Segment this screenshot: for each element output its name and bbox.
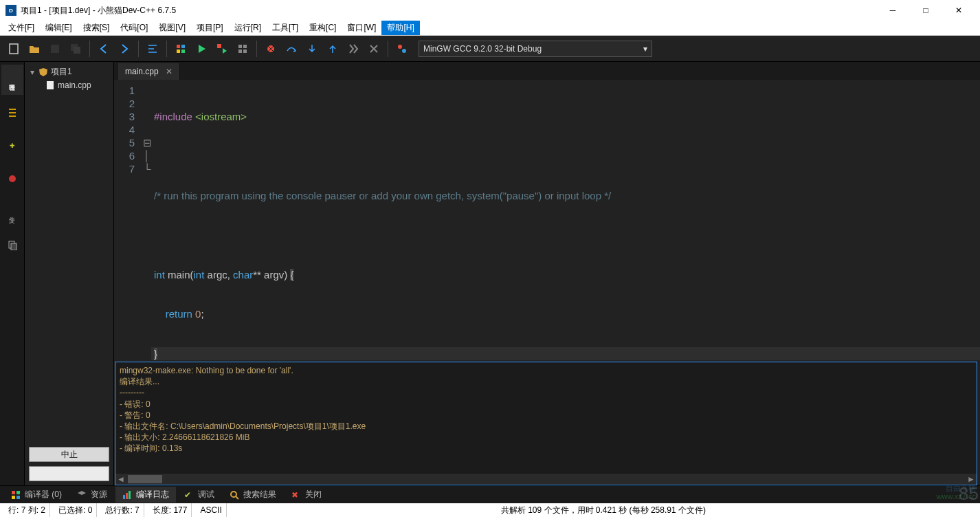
menu-bar: 文件[F] 编辑[E] 搜索[S] 代码[O] 视图[V] 项目[P] 运行[R… <box>0 21 980 36</box>
stop-debug-icon[interactable] <box>364 39 383 58</box>
check-icon: ✔ <box>184 490 194 500</box>
switcher-watch[interactable]: ✚ <box>1 131 23 161</box>
svg-point-16 <box>9 175 16 182</box>
compile-icon[interactable] <box>171 39 190 58</box>
compile-run-icon[interactable] <box>212 39 232 58</box>
menu-search[interactable]: 搜索[S] <box>78 21 115 35</box>
step-out-icon[interactable] <box>323 39 342 58</box>
svg-rect-25 <box>126 493 128 499</box>
window-title: 项目1 - [项目1.dev] - 小熊猫Dev-C++ 6.7.5 <box>21 5 877 16</box>
save-all-icon[interactable] <box>66 39 85 58</box>
menu-code[interactable]: 代码[O] <box>115 21 153 35</box>
tab-label: main.cpp <box>125 67 159 76</box>
svg-rect-18 <box>11 243 16 250</box>
switcher-debug[interactable] <box>1 164 23 194</box>
svg-rect-21 <box>16 491 20 494</box>
run-icon[interactable] <box>192 39 211 58</box>
svg-rect-9 <box>238 45 242 48</box>
app-icon: D <box>5 5 16 16</box>
menu-edit[interactable]: 编辑[E] <box>40 21 78 35</box>
status-parse: 共解析 109 个文件，用时 0.421 秒 (每秒 258.91 个文件) <box>231 503 976 517</box>
minimize-button[interactable]: ─ <box>877 0 909 21</box>
menu-help[interactable]: 帮助[H] <box>381 21 419 35</box>
tree-root-label: 项目1 <box>51 66 72 78</box>
switcher-copy-icon[interactable] <box>1 230 23 260</box>
toolbar: MinGW GCC 9.2.0 32-bit Debug ▾ <box>0 36 980 62</box>
btab-debug[interactable]: ✔ 调试 <box>177 487 221 503</box>
scroll-thumb[interactable] <box>128 475 162 483</box>
debug-icon[interactable] <box>261 39 280 58</box>
svg-rect-10 <box>243 45 247 48</box>
status-total-lines: 总行数: 7 <box>101 503 144 517</box>
status-line-col: 行: 7 列: 2 <box>4 503 50 517</box>
step-over-icon[interactable] <box>282 39 301 58</box>
output-line: - 警告: 0 <box>120 410 972 421</box>
compiler-select[interactable]: MinGW GCC 9.2.0 32-bit Debug ▾ <box>419 41 652 57</box>
btab-findresults[interactable]: 搜索结果 <box>223 487 283 503</box>
svg-rect-0 <box>10 44 18 54</box>
new-file-icon[interactable] <box>4 39 23 58</box>
status-selection: 已选择: 0 <box>54 503 97 517</box>
tree-root[interactable]: ▾ 项目1 <box>26 65 112 79</box>
svg-rect-5 <box>181 45 185 48</box>
menu-tools[interactable]: 工具[T] <box>267 21 304 35</box>
svg-rect-7 <box>181 50 185 53</box>
menu-project[interactable]: 项目[P] <box>191 21 229 35</box>
switcher-struct[interactable] <box>1 98 23 128</box>
editor-tabs: main.cpp ✕ <box>114 62 980 80</box>
menu-view[interactable]: 视图[V] <box>153 21 191 35</box>
svg-rect-4 <box>177 45 180 48</box>
svg-rect-20 <box>12 491 15 494</box>
continue-icon[interactable] <box>344 39 363 58</box>
output-line: - 编译时间: 0.13s <box>120 443 972 454</box>
menu-run[interactable]: 运行[R] <box>229 21 267 35</box>
output-line: mingw32-make.exe: Nothing to be done for… <box>120 365 972 376</box>
output-panel[interactable]: mingw32-make.exe: Nothing to be done for… <box>115 362 977 485</box>
fold-toggle-icon[interactable]: ⊟ <box>140 136 151 149</box>
rebuild-icon[interactable] <box>233 39 252 58</box>
search-icon <box>230 490 239 500</box>
close-button[interactable]: ✕ <box>943 0 975 21</box>
open-file-icon[interactable] <box>25 39 44 58</box>
save-icon[interactable] <box>45 39 65 58</box>
collapse-icon[interactable]: ▾ <box>29 67 36 77</box>
tree-item-main[interactable]: main.cpp <box>26 79 112 91</box>
file-icon <box>45 80 55 90</box>
tree-item-label: main.cpp <box>58 80 91 90</box>
cube-icon <box>77 490 87 500</box>
scroll-left-icon[interactable]: ◄ <box>115 474 126 484</box>
output-line: - 输出文件名: C:\Users\admin\Documents\Projec… <box>120 421 972 432</box>
svg-rect-23 <box>16 496 20 499</box>
shield-icon <box>38 67 48 77</box>
menu-file[interactable]: 文件[F] <box>3 21 40 35</box>
reformat-icon[interactable] <box>143 39 162 58</box>
add-watch-icon[interactable] <box>392 39 412 58</box>
title-bar: D 项目1 - [项目1.dev] - 小熊猫Dev-C++ 6.7.5 ─ □… <box>0 0 980 21</box>
forward-icon[interactable] <box>115 39 134 58</box>
svg-rect-6 <box>177 50 180 53</box>
scroll-right-icon[interactable]: ► <box>966 474 977 484</box>
maximize-button[interactable]: □ <box>910 0 942 21</box>
compiler-selected-label: MinGW GCC 9.2.0 32-bit Debug <box>423 44 542 54</box>
svg-rect-1 <box>51 45 59 53</box>
status-encoding: ASCII <box>196 503 226 517</box>
back-icon[interactable] <box>94 39 113 58</box>
btab-log[interactable]: 编译日志 <box>115 487 176 503</box>
output-hscrollbar[interactable]: ◄ ► <box>115 474 977 485</box>
tab-close-icon[interactable]: ✕ <box>166 67 172 76</box>
grid-icon <box>11 490 21 500</box>
tab-main-cpp[interactable]: main.cpp ✕ <box>118 63 180 80</box>
btab-resources[interactable]: 资源 <box>70 487 114 503</box>
step-into-icon[interactable] <box>302 39 322 58</box>
svg-rect-24 <box>123 495 125 499</box>
btab-compiler[interactable]: 编译器 (0) <box>4 487 69 503</box>
menu-window[interactable]: 窗口[W] <box>342 21 381 35</box>
btab-close[interactable]: ✖ 关闭 <box>285 487 328 503</box>
svg-rect-11 <box>238 50 242 53</box>
menu-refactor[interactable]: 重构[C] <box>304 21 342 35</box>
output-line: - 输出大小: 2.24666118621826 MiB <box>120 432 972 443</box>
svg-point-27 <box>231 492 236 497</box>
switcher-project[interactable]: 项目管理 <box>1 65 23 95</box>
svg-rect-12 <box>243 50 247 53</box>
switcher-files[interactable]: 文件 <box>1 197 23 227</box>
